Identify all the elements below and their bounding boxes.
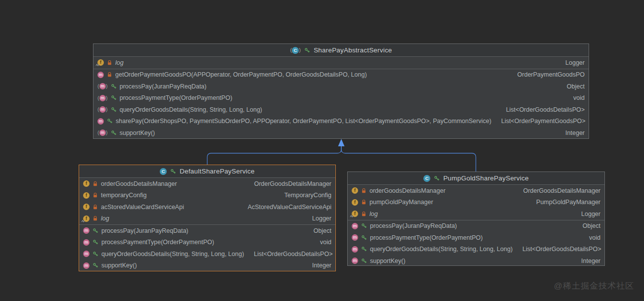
class-title: SharePayAbstractService (314, 46, 392, 54)
member-name: sharePay(OrderShopsPO, PaymentSubOrderPO… (116, 118, 491, 125)
public-key-icon (304, 47, 310, 53)
member-name: supportKey() (101, 262, 137, 269)
key-icon (92, 239, 98, 245)
member-row[interactable]: m supportKey()Integer (348, 255, 604, 267)
member-row[interactable]: m queryOrderGoodsDetails(String, String,… (348, 244, 604, 256)
field-icon: f (83, 192, 90, 199)
member-row[interactable]: m getOrderPaymentGoodsPO(APPOperator, Or… (93, 69, 589, 81)
class-header[interactable]: C PumpGoldSharePayService (348, 172, 604, 185)
member-row[interactable]: (m) supportKey()Integer (93, 127, 589, 139)
key-icon (111, 130, 117, 136)
member-row[interactable]: m processPaymentType(OrderPaymentPO)void (348, 232, 604, 244)
key-icon (170, 169, 176, 174)
key-icon (361, 258, 367, 264)
member-type: List<OrderGoodsDetailsPO> (247, 251, 332, 258)
member-row[interactable]: (m) queryOrderGoodsDetails(String, Strin… (93, 104, 589, 116)
lock-icon (92, 192, 98, 198)
member-row[interactable]: f logLogger (93, 57, 589, 69)
member-name: queryOrderGoodsDetails(String, String, L… (101, 251, 244, 258)
member-name: acStoredValueCardServiceApi (101, 204, 184, 211)
inheritance-arrow-icon (338, 139, 345, 146)
member-name: pumpGoldPayManager (369, 199, 433, 206)
member-type: List<OrderPaymentGoodsPO> (494, 118, 585, 125)
lock-icon (92, 204, 98, 210)
class-header[interactable]: (C) SharePayAbstractService (93, 44, 589, 57)
uml-diagram-canvas: (C) SharePayAbstractService f logLogger … (0, 0, 644, 301)
key-icon (361, 235, 367, 241)
member-type: AcStoredValueCardServiceApi (241, 204, 331, 211)
member-name: log (369, 211, 378, 217)
abstract-class-icon: (C) (290, 47, 301, 54)
lock-icon (92, 181, 98, 187)
fields-section: f orderGoodsDetailsManagerOrderGoodsDeta… (79, 178, 335, 225)
method-icon: m (83, 239, 90, 246)
field-icon: f (83, 180, 90, 187)
lock-icon (107, 72, 112, 78)
member-name: processPay(JuranPayReqData) (120, 83, 207, 90)
member-row[interactable]: m supportKey()Integer (79, 260, 335, 272)
member-row[interactable]: (m) processPaymentType(OrderPaymentPO)vo… (93, 92, 589, 104)
key-icon (107, 118, 113, 124)
member-type: Logger (558, 59, 585, 66)
key-icon (92, 251, 98, 257)
member-type: Logger (574, 211, 600, 217)
member-row[interactable]: m processPay(JuranPayReqData)Object (348, 220, 604, 232)
member-row[interactable]: m sharePay(OrderShopsPO, PaymentSubOrder… (93, 116, 589, 128)
class-node-pump-gold-share-pay-service[interactable]: C PumpGoldSharePayService f orderGoodsDe… (347, 172, 605, 266)
member-row[interactable]: f acStoredValueCardServiceApiAcStoredVal… (79, 201, 335, 213)
method-icon: m (352, 246, 358, 253)
member-name: temporaryConfig (101, 192, 146, 199)
methods-section: m processPay(JuranPayReqData)Objectm pro… (79, 225, 335, 271)
method-icon: m (83, 251, 90, 257)
method-icon: m (83, 227, 90, 234)
class-node-share-pay-abstract-service[interactable]: (C) SharePayAbstractService f logLogger … (93, 43, 589, 139)
class-title: DefaultSharePayService (180, 168, 254, 175)
lock-icon (107, 72, 112, 78)
member-name: processPaymentType(OrderPaymentPO) (120, 94, 232, 101)
method-icon: m (352, 234, 358, 241)
lock-icon (107, 60, 112, 66)
lock-icon (92, 192, 98, 198)
member-type: Integer (574, 258, 600, 264)
method-icon: (m) (97, 95, 108, 101)
member-type: Integer (558, 129, 585, 136)
member-row[interactable]: f orderGoodsDetailsManagerOrderGoodsDeta… (348, 185, 604, 197)
member-row[interactable]: m queryOrderGoodsDetails(String, String,… (79, 248, 335, 260)
member-type: List<OrderGoodsDetailsPO> (515, 246, 601, 253)
methods-section: m getOrderPaymentGoodsPO(APPOperator, Or… (93, 69, 589, 139)
member-row[interactable]: (m) processPay(JuranPayReqData)Object (93, 81, 589, 92)
method-icon: m (352, 258, 358, 264)
method-icon: (m) (97, 129, 108, 136)
key-icon (361, 223, 367, 229)
member-row[interactable]: f orderGoodsDetailsManagerOrderGoodsDeta… (79, 178, 335, 190)
member-type: OrderPaymentGoodsPO (510, 71, 585, 78)
field-icon: f (352, 187, 358, 194)
fields-section: f orderGoodsDetailsManagerOrderGoodsDeta… (348, 185, 604, 220)
lock-icon (361, 211, 367, 217)
member-row[interactable]: f pumpGoldPayManagerPumpGoldPayManager (348, 197, 604, 209)
member-row[interactable]: f temporaryConfigTemporaryConfig (79, 190, 335, 202)
member-name: processPay(JuranPayReqData) (101, 227, 188, 234)
member-name: queryOrderGoodsDetails(String, String, L… (120, 106, 262, 113)
static-marker-icon (81, 219, 85, 223)
key-icon (92, 228, 98, 234)
member-row[interactable]: f logLogger (348, 208, 604, 220)
key-icon (111, 107, 117, 113)
member-name: orderGoodsDetailsManager (369, 187, 446, 194)
member-name: processPaymentType(OrderPaymentPO) (101, 239, 214, 246)
key-icon (111, 95, 117, 101)
class-node-default-share-pay-service[interactable]: C DefaultSharePayService f orderGoodsDet… (79, 165, 336, 271)
key-icon (361, 246, 367, 252)
member-row[interactable]: m processPaymentType(OrderPaymentPO)void (79, 237, 335, 249)
class-header[interactable]: C DefaultSharePayService (79, 165, 335, 178)
member-row[interactable]: m processPay(JuranPayReqData)Object (79, 225, 335, 237)
key-icon (111, 84, 117, 89)
lock-icon (361, 199, 367, 205)
lock-icon (361, 211, 367, 217)
member-name: processPay(JuranPayReqData) (370, 222, 457, 229)
member-type: OrderGoodsDetailsManager (247, 180, 331, 187)
member-row[interactable]: f logLogger (79, 213, 335, 225)
member-type: List<OrderGoodsDetailsPO> (499, 106, 585, 113)
class-icon: C (423, 175, 430, 182)
member-type: OrderGoodsDetailsManager (516, 187, 600, 194)
